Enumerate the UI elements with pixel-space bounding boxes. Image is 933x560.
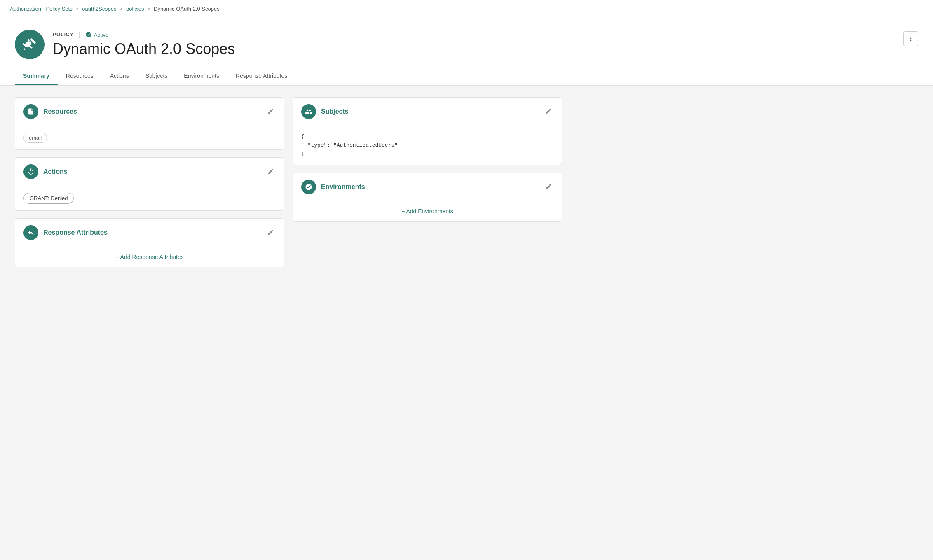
actions-edit-button[interactable]: [266, 166, 276, 177]
environments-icon: [301, 180, 316, 194]
tab-response-attributes[interactable]: Response Attributes: [227, 68, 295, 85]
actions-card-body: GRANT: Denied: [15, 186, 284, 210]
resources-card: Resources email: [15, 97, 284, 150]
active-badge: Active: [85, 31, 108, 38]
add-environments-link[interactable]: + Add Environments: [293, 201, 562, 221]
policy-divider: |: [79, 31, 80, 38]
add-response-attributes-link[interactable]: + Add Response Attributes: [15, 247, 284, 267]
subjects-card: Subjects { "type": "AuthenticatedUsers" …: [293, 97, 562, 165]
environments-card-title: Environments: [321, 183, 365, 191]
response-attributes-card-header: Response Attributes: [15, 219, 284, 247]
tab-subjects[interactable]: Subjects: [137, 68, 176, 85]
resources-card-header: Resources: [15, 98, 284, 126]
response-attributes-card-body: + Add Response Attributes: [15, 247, 284, 267]
environments-title-area: Environments: [301, 180, 365, 194]
more-options-button[interactable]: [903, 31, 918, 46]
page-header: POLICY | Active Dynamic OAuth 2.0 Scopes: [0, 18, 933, 86]
environments-card-body: + Add Environments: [293, 201, 562, 221]
response-attributes-card: Response Attributes + Add Response Attri…: [15, 218, 284, 267]
resources-title-area: Resources: [23, 104, 77, 119]
actions-card: Actions GRANT: Denied: [15, 157, 284, 211]
breadcrumb-oauth2scopes[interactable]: oauth2Scopes: [82, 6, 116, 12]
actions-card-header: Actions: [15, 158, 284, 186]
breadcrumb-current: Dynamic OAuth 2.0 Scopes: [154, 6, 220, 12]
breadcrumb-sep-1: >: [76, 6, 79, 12]
resources-edit-button[interactable]: [266, 106, 276, 117]
actions-title-area: Actions: [23, 164, 68, 179]
response-attributes-card-title: Response Attributes: [43, 229, 108, 236]
tab-environments[interactable]: Environments: [176, 68, 227, 85]
actions-tag: GRANT: Denied: [23, 193, 74, 204]
response-attributes-title-area: Response Attributes: [23, 225, 108, 240]
page-title: Dynamic OAuth 2.0 Scopes: [53, 40, 235, 58]
right-column: Subjects { "type": "AuthenticatedUsers" …: [293, 97, 562, 267]
active-status: Active: [94, 32, 108, 38]
environments-card-header: Environments: [293, 173, 562, 201]
resources-card-body: email: [15, 126, 284, 149]
policy-label: POLICY: [53, 32, 74, 37]
tab-summary[interactable]: Summary: [15, 68, 58, 85]
subjects-edit-button[interactable]: [544, 106, 553, 117]
breadcrumb-authorization[interactable]: Authorization - Policy Sets: [10, 6, 73, 12]
breadcrumb-sep-2: >: [120, 6, 123, 12]
subjects-card-header: Subjects: [293, 98, 562, 126]
subjects-title-area: Subjects: [301, 104, 349, 119]
response-attributes-edit-button[interactable]: [266, 227, 276, 238]
resources-tag: email: [23, 133, 47, 143]
response-attributes-icon: [23, 225, 38, 240]
breadcrumb: Authorization - Policy Sets > oauth2Scop…: [0, 0, 933, 18]
tab-actions[interactable]: Actions: [102, 68, 137, 85]
breadcrumb-policies[interactable]: policies: [126, 6, 144, 12]
actions-icon: [23, 164, 38, 179]
left-column: Resources email: [15, 97, 284, 267]
environments-card: Environments + Add Environments: [293, 173, 562, 222]
actions-card-title: Actions: [43, 168, 68, 175]
tab-resources[interactable]: Resources: [58, 68, 102, 85]
main-content: Resources email: [0, 86, 577, 279]
subjects-card-title: Subjects: [321, 108, 349, 115]
header-title-area: POLICY | Active Dynamic OAuth 2.0 Scopes: [53, 31, 235, 58]
resources-card-title: Resources: [43, 108, 77, 115]
subjects-icon: [301, 104, 316, 119]
environments-edit-button[interactable]: [544, 182, 553, 193]
resources-icon: [23, 104, 38, 119]
tabs-nav: Summary Resources Actions Subjects Envir…: [15, 68, 918, 85]
policy-icon: [15, 30, 45, 59]
subjects-json: { "type": "AuthenticatedUsers" }: [293, 126, 562, 165]
breadcrumb-sep-3: >: [147, 6, 150, 12]
